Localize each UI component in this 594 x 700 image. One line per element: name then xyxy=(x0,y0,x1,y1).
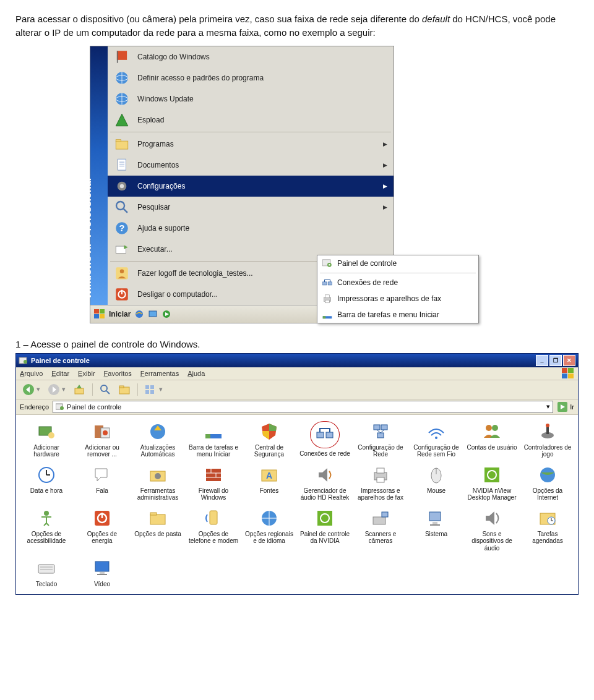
triangle-icon xyxy=(113,111,131,129)
svg-marker-128 xyxy=(486,511,494,525)
ie-icon[interactable] xyxy=(134,309,144,319)
cp-item[interactable]: Conexões de rede xyxy=(298,421,351,458)
minimize-button[interactable]: _ xyxy=(536,355,548,366)
cp-item[interactable]: Ferramentas administrativas xyxy=(131,464,184,502)
submenu-item[interactable]: Impressoras e aparelhos de fax xyxy=(317,291,478,307)
menu-editar[interactable]: Editar xyxy=(51,370,69,377)
cp-item[interactable]: Central de Segurança xyxy=(243,421,296,458)
cp-item[interactable]: Barra de tarefas e menu Iniciar xyxy=(187,421,240,458)
cp-item[interactable]: Teclado xyxy=(20,558,73,588)
stripe-text: Windows XP Professional xyxy=(82,177,93,298)
cp-item[interactable]: Adicionar ou remover ... xyxy=(75,421,129,458)
cp-item[interactable]: Opções de energia xyxy=(75,508,129,552)
cp-item-label: Teclado xyxy=(36,581,57,588)
cp-item-label: Fala xyxy=(96,487,108,495)
desktop-icon[interactable] xyxy=(148,309,158,319)
maximize-button[interactable]: ❐ xyxy=(549,355,562,366)
cp-item[interactable]: Sons e dispositivos de áudio xyxy=(465,508,519,552)
media-icon[interactable] xyxy=(161,309,171,319)
start-menu-item[interactable]: Espload xyxy=(108,109,394,130)
start-menu-item[interactable]: Definir acesso e padrões do programa xyxy=(108,67,394,88)
search-icon xyxy=(113,198,131,216)
cp-item[interactable]: Data e hora xyxy=(20,464,73,502)
go-button[interactable]: Ir xyxy=(557,401,574,412)
cp-item-label: Firewall do Windows xyxy=(187,487,239,502)
cp-item[interactable]: Opções regionais e de idioma xyxy=(243,508,296,552)
cp-item[interactable]: Impressoras e aparelhos de fax xyxy=(354,464,407,502)
submenu-item[interactable]: Painel de controle xyxy=(317,255,478,271)
close-button[interactable]: ✕ xyxy=(563,355,575,366)
cp-item[interactable]: Painel de controle da NVIDIA xyxy=(298,508,351,552)
cp-item[interactable]: NVIDIA nView Desktop Manager xyxy=(465,464,519,502)
cp-item[interactable]: Opções de acessibilidade xyxy=(20,508,73,552)
cp-item[interactable]: Sistema xyxy=(410,508,463,552)
cp-item[interactable]: Fala xyxy=(75,464,129,502)
access-icon xyxy=(36,508,57,529)
cp-item[interactable]: AFontes xyxy=(243,464,296,502)
cp-item[interactable]: Adicionar hardware xyxy=(20,421,73,458)
address-field[interactable]: Painel de controle ▾ xyxy=(53,401,553,413)
menu-arquivo[interactable]: Arquivo xyxy=(20,370,43,377)
cp-item[interactable]: Mouse xyxy=(410,464,463,502)
cp-item[interactable]: Opções de pasta xyxy=(131,508,184,552)
cp-item[interactable]: Tarefas agendadas xyxy=(521,508,574,552)
cp-item[interactable]: Opções de telefone e modem xyxy=(187,508,240,552)
start-button[interactable]: Iniciar xyxy=(109,310,131,318)
cp-item[interactable]: Atualizações Automáticas xyxy=(131,421,184,458)
region-icon xyxy=(259,508,280,529)
wifi-icon xyxy=(426,421,447,442)
menu-ajuda[interactable]: Ajuda xyxy=(187,370,205,377)
cp-item-label: Vídeo xyxy=(94,581,110,588)
svg-rect-82 xyxy=(381,425,387,430)
menu-favoritos[interactable]: Favoritos xyxy=(104,370,132,377)
cp-item[interactable]: Firewall do Windows xyxy=(187,464,240,502)
forward-button[interactable]: ▾ xyxy=(45,382,68,397)
svg-point-96 xyxy=(155,473,161,479)
svg-point-47 xyxy=(24,360,27,364)
svg-text:?: ? xyxy=(119,223,125,233)
start-menu-item[interactable]: Documentos▶ xyxy=(108,155,394,176)
taskbar-icon xyxy=(321,309,334,320)
cp-item[interactable]: Opções da Internet xyxy=(521,464,574,502)
menu-item-label: Catálogo do Windows xyxy=(137,53,210,61)
folder-icon xyxy=(113,135,131,153)
start-menu-item[interactable]: Configurações▶ xyxy=(108,176,394,197)
start-menu-item[interactable]: Windows Update xyxy=(108,88,394,109)
cp-item[interactable]: Scanners e câmeras xyxy=(354,508,407,552)
cp-item[interactable]: Vídeo xyxy=(75,558,129,588)
cp-item[interactable]: Configuração de Rede sem Fio xyxy=(410,421,463,458)
cp-item[interactable]: Configuração de Rede xyxy=(354,421,407,458)
views-button[interactable]: ▾ xyxy=(142,383,165,396)
net-icon xyxy=(321,277,334,288)
submenu-item[interactable]: Barra de tarefas e menu Iniciar xyxy=(317,307,478,323)
start-menu-item[interactable]: Catálogo do Windows xyxy=(108,46,394,67)
start-menu-item[interactable]: Pesquisar▶ xyxy=(108,197,394,218)
cpanel-icon xyxy=(56,403,64,411)
start-menu-item[interactable]: ?Ajuda e suporte xyxy=(108,218,394,239)
search-button[interactable] xyxy=(97,383,113,396)
svg-line-18 xyxy=(123,208,127,213)
shield-icon xyxy=(259,421,280,442)
cp-item[interactable]: Controladores de jogo xyxy=(521,421,574,458)
menu-ferramentas[interactable]: Ferramentas xyxy=(140,370,179,377)
address-dropdown[interactable]: ▾ xyxy=(546,403,550,411)
intro-t1: Para acessar o dispositivo (ou câmera) p… xyxy=(15,14,422,24)
menu-exibir[interactable]: Exibir xyxy=(78,370,95,377)
back-button[interactable]: ▾ xyxy=(20,382,43,397)
cp-item[interactable]: Contas de usuário xyxy=(465,421,519,458)
cp-item-label: Data e hora xyxy=(30,487,62,495)
folders-button[interactable] xyxy=(116,383,133,396)
submenu-arrow-icon: ▶ xyxy=(383,141,387,147)
cp-item[interactable]: Gerenciador de áudio HD Realtek xyxy=(298,464,351,502)
submenu-item[interactable]: Conexões de rede xyxy=(317,275,478,291)
svg-marker-104 xyxy=(319,468,327,482)
cpanel-title-icon xyxy=(19,356,28,365)
menu-item-label: Desligar o computador... xyxy=(137,290,218,299)
address-label: Endereço xyxy=(20,403,49,411)
hw-icon xyxy=(36,421,57,442)
svg-rect-40 xyxy=(328,281,332,284)
submenu-label: Impressoras e aparelhos de fax xyxy=(337,294,441,303)
up-button[interactable] xyxy=(71,382,88,397)
start-menu-item[interactable]: Programas▶ xyxy=(108,134,394,155)
svg-point-86 xyxy=(435,437,437,439)
